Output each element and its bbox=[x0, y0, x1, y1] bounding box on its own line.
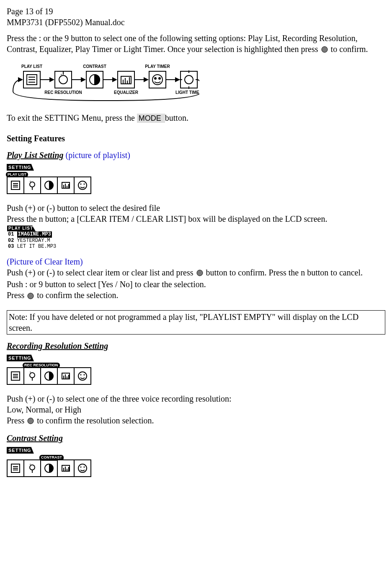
text: or the bbox=[41, 34, 64, 43]
clear-line-3: Press to confirm the selection. bbox=[7, 290, 385, 301]
list-item: 01 IMAGINE.MP3 bbox=[7, 231, 57, 237]
flow-label: PLAY LIST bbox=[21, 64, 42, 69]
rec-line-1: Push (+) or (-) to select one of the thr… bbox=[7, 393, 385, 404]
svg-point-22 bbox=[159, 78, 160, 79]
svg-point-66 bbox=[84, 374, 85, 375]
text: Press bbox=[7, 291, 26, 300]
page-number: Page 13 of 19 bbox=[7, 6, 385, 17]
lcd-icon-equalizer bbox=[57, 367, 75, 385]
lcd-icon-timer bbox=[74, 459, 91, 477]
text: Push bbox=[7, 280, 25, 289]
text: Press the bbox=[7, 214, 39, 223]
heading-setting-features: Setting Features bbox=[7, 133, 385, 144]
nav-right-glyph: 9 bbox=[39, 280, 43, 289]
text: Press the bbox=[7, 34, 39, 43]
flow-label: CONTRAST bbox=[83, 64, 106, 69]
svg-text:+: + bbox=[29, 179, 31, 183]
heading-contrast: Contrast Setting bbox=[7, 433, 385, 444]
rec-line-2: Low, Normal, or High bbox=[7, 404, 385, 415]
lcd-icon-contrast: CONTRAST bbox=[40, 459, 58, 477]
lcd-icon-equalizer bbox=[57, 459, 75, 477]
stop-glyph: n bbox=[39, 214, 43, 223]
svg-rect-6 bbox=[181, 71, 197, 88]
mode-button-label: MODE bbox=[137, 114, 165, 123]
flow-label: REC RESOLUTION bbox=[44, 90, 82, 95]
svg-rect-4 bbox=[118, 71, 134, 88]
rec-line-3: Press to confirm the resolution selectio… bbox=[7, 415, 385, 427]
svg-point-48 bbox=[84, 183, 85, 184]
text: button. bbox=[165, 113, 188, 122]
text: to confirm the resolution selection. bbox=[35, 416, 154, 425]
svg-point-67 bbox=[28, 418, 34, 424]
playlist-instruction-2: Press the n button; a [CLEAR ITEM / CLEA… bbox=[7, 213, 385, 224]
lcd-icon-contrast bbox=[40, 176, 58, 194]
text: to confirm the selection. bbox=[35, 291, 118, 300]
lcd-icon-playlist bbox=[7, 459, 24, 477]
list-item: 02 YESTERDAY.M bbox=[7, 238, 57, 244]
text: or bbox=[27, 280, 39, 289]
svg-point-50 bbox=[28, 293, 34, 299]
text: To exit the SETTING Menu, press the bbox=[7, 113, 137, 122]
svg-point-47 bbox=[80, 183, 82, 184]
play-circle-icon bbox=[27, 416, 34, 427]
text: Push (+) or (-) to select clear item or … bbox=[7, 268, 196, 277]
lcd-contrast: SETTING + CONTRAST bbox=[7, 444, 385, 477]
flow-label: EQUALIZER bbox=[114, 90, 139, 95]
text: button to confirm. Press the bbox=[204, 268, 301, 277]
document-name: MMP3731 (DFP5502) Manual.doc bbox=[7, 17, 385, 28]
svg-point-83 bbox=[84, 467, 85, 468]
settings-flow-diagram: + PLAY LIST CONTRAST PLAY TIMER REC RESO… bbox=[7, 59, 385, 105]
svg-rect-5 bbox=[149, 71, 166, 88]
lcd-playlist-setting: SETTING PLAY LIST + bbox=[7, 161, 385, 194]
svg-text:+: + bbox=[29, 462, 31, 466]
text: button to select [Yes / No] to clear the… bbox=[43, 280, 206, 289]
lcd-icon-mic: REC RESOLUTION + bbox=[23, 367, 41, 385]
svg-point-82 bbox=[80, 467, 82, 468]
lcd-tab: SETTING bbox=[7, 355, 34, 361]
text: button to cancel. bbox=[305, 268, 363, 277]
editor-note: (picture of playlist) bbox=[64, 150, 130, 160]
editor-note-clear: (Picture of Clear Item) bbox=[7, 256, 385, 267]
flow-label: LIGHT TIMER bbox=[175, 90, 199, 95]
lcd-icon-contrast bbox=[40, 367, 58, 385]
lcd-icon-mic: + bbox=[23, 176, 41, 194]
nav-right-glyph: 9 bbox=[64, 34, 69, 43]
text: to confirm. bbox=[329, 44, 368, 54]
lcd-icon-timer bbox=[74, 176, 91, 194]
exit-line: To exit the SETTING Menu, press the MODE… bbox=[7, 112, 385, 123]
clear-line-2: Push : or 9 button to select [Yes / No] … bbox=[7, 279, 385, 290]
lcd-tab: SETTING bbox=[7, 447, 34, 454]
play-circle-icon bbox=[27, 291, 34, 302]
flow-label: PLAY TIMER bbox=[145, 64, 170, 69]
intro-paragraph: Press the : or the 9 button to select on… bbox=[7, 33, 385, 55]
lcd-icon-playlist: PLAY LIST bbox=[7, 176, 24, 194]
svg-point-65 bbox=[80, 374, 82, 375]
list-item: 03 LET IT BE.MP3 bbox=[7, 244, 57, 249]
svg-point-21 bbox=[155, 78, 156, 79]
heading-rec-resolution: Recording Resolution Setting bbox=[7, 340, 385, 351]
note-box: Note: If you have deleted or not program… bbox=[7, 310, 385, 335]
lcd-playlist-files: PLAY LIST 01 IMAGINE.MP302 YESTERDAY.M03… bbox=[7, 225, 57, 250]
lcd-icon-equalizer bbox=[57, 176, 75, 194]
text: button; a [CLEAR ITEM / CLEAR LIST] box … bbox=[43, 214, 328, 223]
heading-text: Play List Setting bbox=[7, 150, 64, 160]
play-circle-icon bbox=[196, 268, 203, 279]
stop-glyph: n bbox=[301, 268, 305, 277]
playlist-instruction-1: Push (+) or (-) button to select the des… bbox=[7, 202, 385, 213]
lcd-rec-resolution: SETTING REC RESOLUTION + bbox=[7, 351, 385, 385]
svg-point-49 bbox=[197, 270, 203, 276]
lcd-icon-mic: + bbox=[23, 459, 41, 477]
svg-text:+: + bbox=[29, 370, 31, 374]
play-circle-icon bbox=[321, 44, 328, 55]
clear-line-1: Push (+) or (-) to select clear item or … bbox=[7, 267, 385, 279]
svg-text:+: + bbox=[60, 72, 62, 76]
svg-point-0 bbox=[322, 47, 328, 52]
lcd-tab: PLAY LIST bbox=[7, 226, 36, 231]
lcd-icon-timer bbox=[74, 367, 91, 385]
lcd-icon-playlist bbox=[7, 367, 24, 385]
lcd-tab: SETTING bbox=[7, 164, 34, 171]
text: Press bbox=[7, 416, 26, 425]
heading-playlist: Play List Setting (picture of playlist) bbox=[7, 150, 385, 161]
